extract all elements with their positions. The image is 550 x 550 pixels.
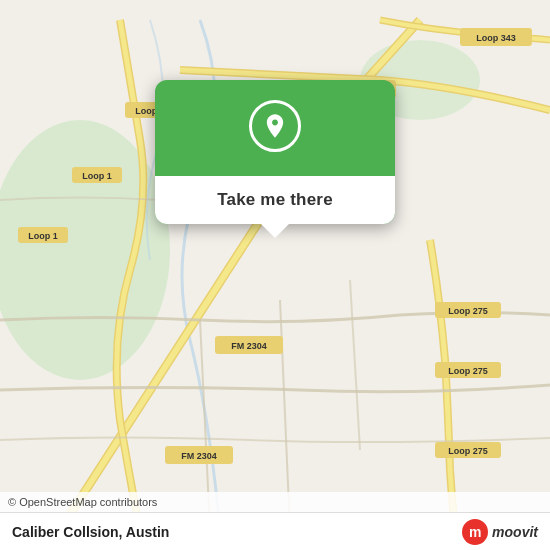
- map-container: FM 2304 FM 2304 Loop 343 Loop 360 Loop 1…: [0, 0, 550, 550]
- svg-text:Loop 275: Loop 275: [448, 366, 488, 376]
- moovit-icon: m: [462, 519, 488, 545]
- svg-text:FM 2304: FM 2304: [181, 451, 217, 461]
- location-icon-circle: [249, 100, 301, 152]
- location-popup: Take me there: [155, 80, 395, 224]
- map-attribution: © OpenStreetMap contributors: [0, 492, 550, 512]
- svg-text:Loop 1: Loop 1: [28, 231, 58, 241]
- moovit-text: moovit: [492, 524, 538, 540]
- take-me-there-button[interactable]: Take me there: [155, 176, 395, 224]
- svg-text:Loop 275: Loop 275: [448, 306, 488, 316]
- moovit-logo: m moovit: [462, 519, 538, 545]
- location-pin-icon: [261, 112, 289, 140]
- svg-text:FM 2304: FM 2304: [231, 341, 267, 351]
- svg-text:Loop 1: Loop 1: [82, 171, 112, 181]
- svg-text:Loop 275: Loop 275: [448, 446, 488, 456]
- svg-text:Loop 343: Loop 343: [476, 33, 516, 43]
- bottom-bar: Caliber Collsion, Austin m moovit: [0, 512, 550, 550]
- place-name: Caliber Collsion, Austin: [12, 524, 169, 540]
